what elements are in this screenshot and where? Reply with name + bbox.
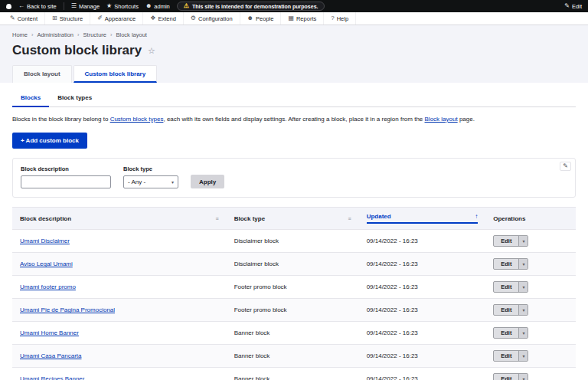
toolbar-label: Help [337,15,348,22]
block-description-link[interactable]: Umami Pie de Pagina Promocional [20,306,115,313]
shortcuts-label: Shortcuts [114,3,139,10]
edit-dropbutton: Edit▾ [493,281,528,293]
edit-button[interactable]: Edit [494,236,518,246]
block-type-cell: Banner block [227,370,359,380]
breadcrumb-structure[interactable]: Structure [83,31,106,38]
toolbar-item-content[interactable]: ✎ Content [3,12,45,25]
toolbar-item-configuration[interactable]: ⚙ Configuration [184,12,240,25]
block-type-selected-value: - Any - [128,179,145,185]
dropdown-toggle[interactable]: ▾ [518,259,528,269]
manage-label: Manage [79,3,100,10]
updated-cell: 09/14/2022 - 16:23 [359,324,486,342]
edit-button[interactable]: Edit [494,305,518,315]
breadcrumb-home[interactable]: Home [12,31,28,38]
toolbar-item-people[interactable]: ☻ People [240,12,282,25]
toolbar-item-extend[interactable]: ❖ Extend [143,12,184,25]
add-custom-block-button[interactable]: + Add custom block [12,133,87,149]
block-type-filter-label: Block type [123,165,178,172]
toolbar-item-help[interactable]: ? Help [324,12,356,25]
dropdown-toggle[interactable]: ▾ [518,305,528,315]
page-header: Home › Administration › Structure › Bloc… [0,25,588,83]
tab-block-layout[interactable]: Block layout [12,65,72,83]
block-description-link[interactable]: Umami footer promo [20,283,76,290]
block-type-cell: Footer promo block [227,301,359,319]
edit-button[interactable]: Edit [494,259,518,269]
dropdown-toggle[interactable]: ▾ [518,236,528,246]
updated-cell: 09/14/2022 - 16:23 [359,278,486,296]
dropdown-toggle[interactable]: ▾ [518,374,528,380]
table-row: Umami footer promo Footer promo block 09… [12,275,576,298]
block-type-cell: Footer promo block [227,278,359,296]
structure-icon: ⊞ [52,15,57,21]
custom-block-types-link[interactable]: Custom block types [110,116,164,123]
back-arrow-icon: ← [18,3,24,9]
favorite-star-icon[interactable]: ☆ [148,46,155,56]
appearance-icon: ✐ [97,15,103,21]
page-title: Custom block library [12,43,142,58]
tab-custom-block-library[interactable]: Custom block library [74,65,158,83]
toolbar-item-appearance[interactable]: ✐ Appearance [90,12,143,25]
block-type-cell: Banner block [227,324,359,342]
toolbar-item-reports[interactable]: ▦ Reports [281,12,324,25]
manage-icon: ☰ [71,3,77,9]
content-icon: ✎ [10,15,15,21]
breadcrumb: Home › Administration › Structure › Bloc… [12,31,576,38]
secondary-tabs: Blocks Block types [12,90,576,107]
edit-button[interactable]: Edit [494,374,518,380]
apply-button[interactable]: Apply [191,175,224,188]
shortcuts-tab[interactable]: ★ Shortcuts [106,3,139,10]
column-filter-icon[interactable]: ≡ [348,216,351,221]
chevron-down-icon: ▾ [522,307,524,313]
chevron-down-icon: ▾ [522,238,524,244]
manage-tab[interactable]: ☰ Manage [71,3,100,10]
extend-icon: ❖ [150,15,155,21]
edit-button[interactable]: Edit [494,282,518,292]
back-to-site-link[interactable]: ← Back to site [18,3,57,10]
header-updated-sort[interactable]: Updated↑ [367,213,479,224]
column-filter-icon[interactable]: ≡ [216,216,219,221]
intro-part: Blocks in the block library belong to [12,116,110,123]
toolbar-label: Appearance [105,15,136,22]
edit-button[interactable]: Edit [494,328,518,338]
block-description-link[interactable]: Aviso Legal Umami [20,260,73,267]
user-menu[interactable]: ☻ admin [145,3,170,10]
block-description-link[interactable]: Umami Disclaimer [20,238,70,244]
updated-cell: 09/14/2022 - 16:23 [359,232,486,250]
dropdown-toggle[interactable]: ▾ [518,282,528,292]
subtab-block-types[interactable]: Block types [49,90,100,106]
drupal-home-button[interactable] [6,4,11,9]
edit-mode-button[interactable]: ✎ Edit [564,3,582,10]
block-description-link[interactable]: Umami Casa Pancarta [20,352,81,359]
block-description-filter-input[interactable] [21,175,111,188]
toolbar-item-structure[interactable]: ⊞ Structure [45,12,90,25]
breadcrumb-separator-icon: › [110,31,113,38]
demo-warning-badge: ⚠ This site is intended for demonstratio… [177,2,325,11]
breadcrumb-administration[interactable]: Administration [38,31,74,38]
toolbar-label: Reports [296,15,316,22]
header-block-description: Block description [20,215,71,222]
breadcrumb-block-layout[interactable]: Block layout [116,31,146,38]
breadcrumb-separator-icon: › [77,31,80,38]
block-layout-link[interactable]: Block layout [425,116,458,123]
updated-cell: 09/14/2022 - 16:23 [359,347,486,365]
demo-warning-text: This site is intended for demonstration … [192,4,318,9]
main-content: Blocks Block types Blocks in the block l… [0,83,588,380]
block-type-select[interactable]: - Any - ▾ [123,175,178,188]
chevron-down-icon: ▾ [522,330,524,336]
intro-part: , each with its own fields and display s… [163,116,424,123]
filter-region: Block description Block type - Any - ▾ A… [12,158,576,198]
edit-dropbutton: Edit▾ [493,258,528,270]
edit-button[interactable]: Edit [494,351,518,361]
toolbar-label: Structure [60,15,83,22]
table-header-row: Block description≡ Block type≡ Updated↑ … [12,207,576,229]
block-description-link[interactable]: Umami Home Banner [20,329,79,336]
intro-text: Blocks in the block library belong to Cu… [12,115,564,124]
table-row: Umami Home Banner Banner block 09/14/202… [12,321,576,344]
dropdown-toggle[interactable]: ▾ [518,328,528,338]
block-description-link[interactable]: Umami Recipes Banner [20,375,84,380]
dropdown-toggle[interactable]: ▾ [518,351,528,361]
chevron-down-icon: ▾ [522,284,524,290]
contextual-edit-icon[interactable]: ✎ [560,162,571,171]
subtab-blocks[interactable]: Blocks [12,90,49,107]
sort-ascending-icon: ↑ [475,213,478,220]
